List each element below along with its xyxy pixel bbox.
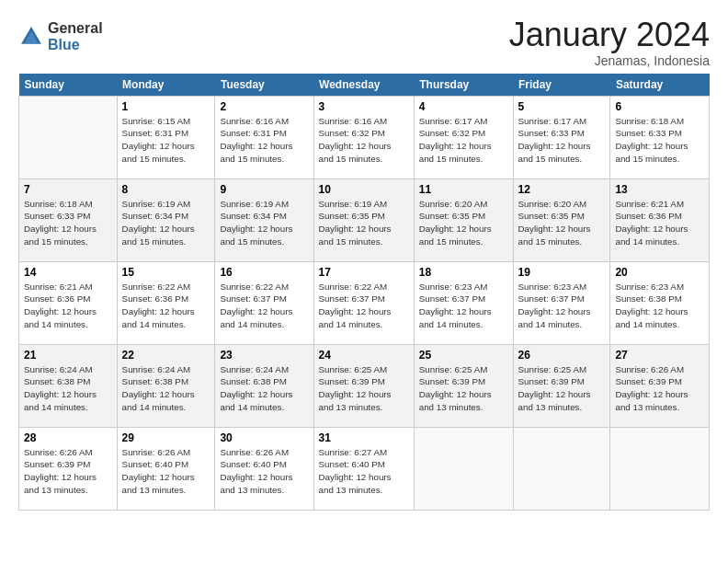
day-info: Sunrise: 6:17 AMSunset: 6:33 PMDaylight:… bbox=[518, 115, 606, 166]
day-number: 2 bbox=[220, 100, 308, 113]
calendar-cell bbox=[513, 427, 610, 510]
logo: General Blue bbox=[18, 20, 103, 52]
logo-icon bbox=[18, 24, 44, 50]
day-info: Sunrise: 6:26 AMSunset: 6:39 PMDaylight:… bbox=[24, 446, 112, 497]
day-number: 1 bbox=[122, 100, 210, 113]
day-number: 15 bbox=[122, 266, 210, 279]
calendar-cell bbox=[19, 96, 118, 178]
day-number: 25 bbox=[419, 349, 508, 362]
subtitle: Jenamas, Indonesia bbox=[509, 53, 710, 68]
day-number: 4 bbox=[419, 100, 508, 113]
calendar-body: 1Sunrise: 6:15 AMSunset: 6:31 PMDaylight… bbox=[19, 96, 710, 510]
calendar-cell: 15Sunrise: 6:22 AMSunset: 6:36 PMDayligh… bbox=[117, 261, 215, 344]
day-number: 18 bbox=[419, 266, 508, 279]
day-info: Sunrise: 6:27 AMSunset: 6:40 PMDaylight:… bbox=[319, 446, 409, 497]
day-number: 3 bbox=[319, 100, 409, 113]
calendar-cell: 2Sunrise: 6:16 AMSunset: 6:31 PMDaylight… bbox=[215, 96, 313, 178]
week-row-1: 1Sunrise: 6:15 AMSunset: 6:31 PMDaylight… bbox=[19, 96, 710, 178]
calendar-cell: 16Sunrise: 6:22 AMSunset: 6:37 PMDayligh… bbox=[215, 261, 313, 344]
day-number: 7 bbox=[24, 183, 112, 196]
day-info: Sunrise: 6:24 AMSunset: 6:38 PMDaylight:… bbox=[122, 363, 210, 414]
week-row-5: 28Sunrise: 6:26 AMSunset: 6:39 PMDayligh… bbox=[19, 427, 710, 510]
day-number: 21 bbox=[24, 349, 112, 362]
header-day-saturday: Saturday bbox=[610, 74, 710, 97]
day-info: Sunrise: 6:18 AMSunset: 6:33 PMDaylight:… bbox=[615, 115, 704, 166]
calendar-table: SundayMondayTuesdayWednesdayThursdayFrid… bbox=[18, 74, 710, 511]
day-number: 30 bbox=[220, 431, 308, 444]
header-day-monday: Monday bbox=[117, 74, 215, 97]
calendar-cell: 1Sunrise: 6:15 AMSunset: 6:31 PMDaylight… bbox=[117, 96, 215, 178]
day-number: 12 bbox=[518, 183, 606, 196]
calendar-cell: 20Sunrise: 6:23 AMSunset: 6:38 PMDayligh… bbox=[610, 261, 710, 344]
calendar-cell: 13Sunrise: 6:21 AMSunset: 6:36 PMDayligh… bbox=[610, 178, 710, 261]
calendar-cell: 18Sunrise: 6:23 AMSunset: 6:37 PMDayligh… bbox=[414, 261, 513, 344]
month-title: January 2024 bbox=[509, 17, 710, 53]
day-info: Sunrise: 6:23 AMSunset: 6:37 PMDaylight:… bbox=[419, 281, 508, 331]
day-number: 24 bbox=[319, 349, 409, 362]
day-info: Sunrise: 6:20 AMSunset: 6:35 PMDaylight:… bbox=[419, 198, 508, 248]
week-row-3: 14Sunrise: 6:21 AMSunset: 6:36 PMDayligh… bbox=[19, 261, 710, 344]
day-number: 28 bbox=[24, 431, 112, 444]
day-number: 29 bbox=[122, 431, 210, 444]
day-number: 14 bbox=[24, 266, 112, 279]
calendar-cell: 14Sunrise: 6:21 AMSunset: 6:36 PMDayligh… bbox=[19, 261, 118, 344]
day-number: 26 bbox=[518, 349, 606, 362]
day-info: Sunrise: 6:25 AMSunset: 6:39 PMDaylight:… bbox=[419, 363, 508, 414]
day-info: Sunrise: 6:23 AMSunset: 6:38 PMDaylight:… bbox=[615, 281, 704, 331]
header-day-sunday: Sunday bbox=[19, 74, 118, 97]
week-row-4: 21Sunrise: 6:24 AMSunset: 6:38 PMDayligh… bbox=[19, 344, 710, 427]
calendar-cell: 8Sunrise: 6:19 AMSunset: 6:34 PMDaylight… bbox=[117, 178, 215, 261]
calendar-cell: 19Sunrise: 6:23 AMSunset: 6:37 PMDayligh… bbox=[513, 261, 610, 344]
header-day-wednesday: Wednesday bbox=[313, 74, 414, 97]
calendar-cell: 10Sunrise: 6:19 AMSunset: 6:35 PMDayligh… bbox=[313, 178, 414, 261]
day-info: Sunrise: 6:23 AMSunset: 6:37 PMDaylight:… bbox=[518, 281, 606, 331]
calendar-cell: 17Sunrise: 6:22 AMSunset: 6:37 PMDayligh… bbox=[313, 261, 414, 344]
day-number: 31 bbox=[319, 431, 409, 444]
calendar-cell: 6Sunrise: 6:18 AMSunset: 6:33 PMDaylight… bbox=[610, 96, 710, 178]
calendar-cell: 25Sunrise: 6:25 AMSunset: 6:39 PMDayligh… bbox=[414, 344, 513, 427]
calendar-cell: 30Sunrise: 6:26 AMSunset: 6:40 PMDayligh… bbox=[215, 427, 313, 510]
header: General Blue January 2024 Jenamas, Indon… bbox=[18, 17, 710, 68]
day-info: Sunrise: 6:21 AMSunset: 6:36 PMDaylight:… bbox=[24, 281, 112, 331]
logo-general: General bbox=[48, 20, 103, 37]
day-info: Sunrise: 6:25 AMSunset: 6:39 PMDaylight:… bbox=[319, 363, 409, 414]
day-info: Sunrise: 6:26 AMSunset: 6:40 PMDaylight:… bbox=[122, 446, 210, 497]
calendar-cell: 12Sunrise: 6:20 AMSunset: 6:35 PMDayligh… bbox=[513, 178, 610, 261]
calendar-cell bbox=[610, 427, 710, 510]
day-info: Sunrise: 6:19 AMSunset: 6:34 PMDaylight:… bbox=[220, 198, 308, 248]
day-number: 16 bbox=[220, 266, 308, 279]
day-number: 13 bbox=[615, 183, 704, 196]
calendar-cell: 27Sunrise: 6:26 AMSunset: 6:39 PMDayligh… bbox=[610, 344, 710, 427]
calendar-cell: 22Sunrise: 6:24 AMSunset: 6:38 PMDayligh… bbox=[117, 344, 215, 427]
header-day-tuesday: Tuesday bbox=[215, 74, 313, 97]
calendar-cell: 28Sunrise: 6:26 AMSunset: 6:39 PMDayligh… bbox=[19, 427, 118, 510]
day-info: Sunrise: 6:18 AMSunset: 6:33 PMDaylight:… bbox=[24, 198, 112, 248]
day-number: 27 bbox=[615, 349, 704, 362]
day-number: 8 bbox=[122, 183, 210, 196]
day-info: Sunrise: 6:24 AMSunset: 6:38 PMDaylight:… bbox=[220, 363, 308, 414]
calendar-cell: 11Sunrise: 6:20 AMSunset: 6:35 PMDayligh… bbox=[414, 178, 513, 261]
calendar-cell: 7Sunrise: 6:18 AMSunset: 6:33 PMDaylight… bbox=[19, 178, 118, 261]
day-number: 19 bbox=[518, 266, 606, 279]
day-info: Sunrise: 6:25 AMSunset: 6:39 PMDaylight:… bbox=[518, 363, 606, 414]
page: General Blue January 2024 Jenamas, Indon… bbox=[0, 0, 728, 520]
day-info: Sunrise: 6:19 AMSunset: 6:34 PMDaylight:… bbox=[122, 198, 210, 248]
logo-blue: Blue bbox=[48, 37, 103, 53]
calendar-cell: 9Sunrise: 6:19 AMSunset: 6:34 PMDaylight… bbox=[215, 178, 313, 261]
day-info: Sunrise: 6:19 AMSunset: 6:35 PMDaylight:… bbox=[319, 198, 409, 248]
day-info: Sunrise: 6:16 AMSunset: 6:31 PMDaylight:… bbox=[220, 115, 308, 166]
day-info: Sunrise: 6:26 AMSunset: 6:40 PMDaylight:… bbox=[220, 446, 308, 497]
day-info: Sunrise: 6:17 AMSunset: 6:32 PMDaylight:… bbox=[419, 115, 508, 166]
calendar-cell: 29Sunrise: 6:26 AMSunset: 6:40 PMDayligh… bbox=[117, 427, 215, 510]
calendar-cell: 3Sunrise: 6:16 AMSunset: 6:32 PMDaylight… bbox=[313, 96, 414, 178]
day-info: Sunrise: 6:22 AMSunset: 6:37 PMDaylight:… bbox=[319, 281, 409, 331]
calendar-cell: 26Sunrise: 6:25 AMSunset: 6:39 PMDayligh… bbox=[513, 344, 610, 427]
day-info: Sunrise: 6:22 AMSunset: 6:36 PMDaylight:… bbox=[122, 281, 210, 331]
day-info: Sunrise: 6:20 AMSunset: 6:35 PMDaylight:… bbox=[518, 198, 606, 248]
day-info: Sunrise: 6:21 AMSunset: 6:36 PMDaylight:… bbox=[615, 198, 704, 248]
calendar-cell bbox=[414, 427, 513, 510]
calendar-cell: 21Sunrise: 6:24 AMSunset: 6:38 PMDayligh… bbox=[19, 344, 118, 427]
day-number: 23 bbox=[220, 349, 308, 362]
logo-text: General Blue bbox=[48, 20, 103, 52]
header-row: SundayMondayTuesdayWednesdayThursdayFrid… bbox=[19, 74, 710, 97]
